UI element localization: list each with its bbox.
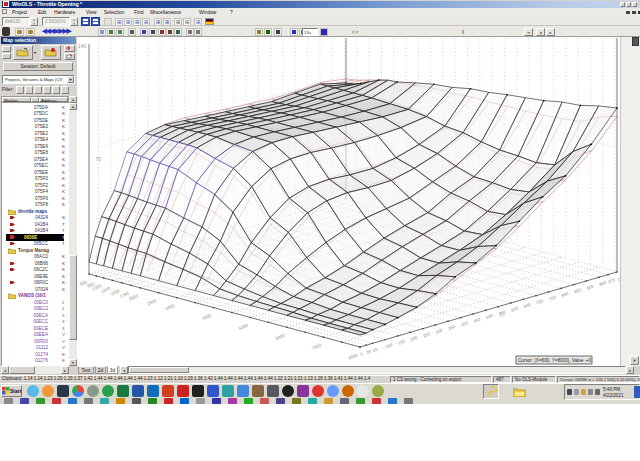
svg-text:70: 70 [95,156,101,162]
svg-text:2000: 2000 [128,293,139,302]
svg-text:600: 600 [510,305,519,313]
svg-text:650: 650 [523,302,532,310]
svg-text:Cursor: (X=600, Y=8000), Value: Cursor: (X=600, Y=8000), Value: +0 [518,358,591,363]
svg-text:0: 0 [359,351,364,357]
svg-text:7000: 7000 [311,342,322,351]
svg-text:4000: 4000 [201,313,212,322]
svg-text:400: 400 [460,320,469,328]
svg-text:140: 140 [78,43,87,49]
svg-text:950: 950 [598,279,607,287]
svg-text:350: 350 [447,324,456,332]
svg-text:975: 975 [607,277,616,285]
svg-text:800: 800 [561,291,570,299]
svg-text:450: 450 [473,316,482,324]
svg-text:5000: 5000 [238,322,249,331]
svg-text:6000: 6000 [275,332,286,341]
svg-text:2500: 2500 [146,298,157,307]
svg-text:900: 900 [586,283,595,291]
svg-text:250: 250 [422,331,431,339]
svg-text:500: 500 [485,313,494,321]
svg-text:100: 100 [385,342,394,350]
svg-text:300: 300 [435,327,444,335]
svg-text:50: 50 [372,346,379,353]
svg-text:150: 150 [397,338,406,346]
svg-text:(-): (-) [500,312,505,317]
svg-text:200: 200 [410,335,419,343]
svg-text:700: 700 [535,298,544,306]
svg-text:750: 750 [548,294,557,302]
svg-text:3000: 3000 [165,303,176,312]
svg-text:8000: 8000 [348,352,359,361]
svg-text:850: 850 [573,287,582,295]
